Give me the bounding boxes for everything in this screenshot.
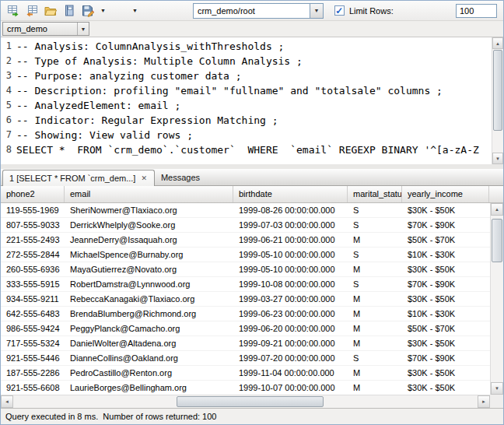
table-row[interactable]: 934-555-9211RebeccaKanagaki@Tlaxiaco.org… [1,292,503,307]
table-cell: 1999-05-10 00:00:00.000 [233,248,348,262]
close-icon[interactable]: ✕ [140,174,148,182]
table-cell: 642-555-6483 [1,307,65,321]
scrollbar-corner [490,395,503,408]
table-cell: $70K - $90K [402,351,489,365]
line-number: 3 [1,68,16,83]
scroll-right-icon[interactable]: ► [478,395,490,408]
database-toolbar: crm_demo ▼ [1,21,503,37]
table-cell: S [348,277,402,291]
save-edit-icon[interactable] [79,2,96,19]
table-cell: $30K - $50K [402,203,489,217]
table-cell: RebeccaKanagaki@Tlaxiaco.org [65,292,233,306]
table-cell: 807-555-9033 [1,218,65,232]
chevron-down-icon[interactable]: ▼ [77,23,89,35]
table-cell: 1999-08-26 00:00:00.000 [233,203,348,217]
table-row[interactable]: 642-555-6483BrendaBlumberg@Richmond.org1… [1,307,503,321]
tab-result-1[interactable]: 1 [SELECT * FROM `crm_dem...] ✕ [2,170,155,186]
table-cell: DianneCollins@Oakland.org [65,351,233,365]
table-cell: DanielWolter@Altadena.org [65,336,233,350]
scroll-up-icon[interactable]: ▲ [491,203,503,216]
limit-rows-label: Limit Rows: [349,6,394,16]
table-cell: $30K - $50K [402,336,489,350]
database-combo-value: crm_demo [3,23,77,35]
table-cell: 1999-10-07 00:00:00.000 [233,381,348,395]
table-cell: 221-555-2493 [1,233,65,247]
table-cell: SheriNowmer@Tlaxiaco.org [65,203,233,217]
table-cell: 921-555-5446 [1,351,65,365]
tab-messages[interactable]: Messages [155,169,206,185]
column-header-marital_status[interactable]: marital_status [348,186,402,202]
editor-vertical-scrollbar[interactable]: ▲ ▼ [492,37,503,164]
line-number: 8 [1,142,16,157]
limit-rows-input[interactable] [456,4,497,18]
connection-combo-value: crm_demo/root [194,4,310,18]
table-cell: 1999-03-27 00:00:00.000 [233,292,348,306]
table-cell: LaurieBorges@Bellingham.org [65,381,233,395]
column-header-yearly_income[interactable]: yearly_income [402,186,489,202]
code-line: -- Description: profiling "email" "fulln… [16,83,443,98]
table-cell: 333-555-5915 [1,277,65,291]
code-line: -- Indicator: Regular Expression Matchin… [16,113,278,128]
table-cell: 187-555-2286 [1,366,65,380]
table-cell: MayaGutierrez@Novato.org [65,262,233,276]
table-horizontal-scrollbar[interactable]: ◄ ► [1,395,490,408]
table-cell: 921-555-6608 [1,381,65,395]
import-icon[interactable] [23,2,40,19]
table-row[interactable]: 921-555-5446DianneCollins@Oakland.org199… [1,351,503,366]
scroll-down-icon[interactable]: ▼ [491,382,503,395]
table-row[interactable]: 717-555-5324DanielWolter@Altadena.org199… [1,336,503,351]
chevron-down-icon[interactable]: ▼ [98,8,108,13]
database-combo[interactable]: crm_demo ▼ [2,22,89,36]
sql-editor[interactable]: 1 -- Analysis: ColumnAnalysis_withThresh… [1,37,503,164]
table-cell: M [348,321,402,335]
limit-rows-checkbox[interactable]: ✓ [334,5,345,16]
scrollbar-thumb[interactable] [493,50,502,131]
table-cell: M [348,366,402,380]
result-table: phone2emailbirthdatemarital_statusyearly… [1,186,503,408]
table-cell: $50K - $70K [402,321,489,335]
table-cell: $30K - $50K [402,292,489,306]
main-toolbar: ▼ ▼ crm_demo/root ▼ ✓ Limit Rows: [1,1,503,21]
table-cell: 119-555-1969 [1,203,65,217]
table-row[interactable]: 187-555-2286PedroCastillo@Renton.org1999… [1,366,503,381]
open-folder-icon[interactable] [42,2,59,19]
column-header-email[interactable]: email [65,186,233,202]
table-cell: S [348,351,402,365]
table-cell: S [348,218,402,232]
table-row[interactable]: 272-555-2844MichaelSpence@Burnaby.org199… [1,248,503,262]
chevron-down-icon[interactable]: ▼ [130,8,140,13]
table-cell: $30K - $50K [402,262,489,276]
code-line: SELECT * FROM `crm_demo`.`customer` WHER… [16,142,479,157]
table-row[interactable]: 119-555-1969SheriNowmer@Tlaxiaco.org1999… [1,203,503,218]
scrollbar-thumb[interactable] [492,219,502,262]
column-header-phone2[interactable]: phone2 [1,186,65,202]
table-cell: BrendaBlumberg@Richmond.org [65,307,233,321]
table-row[interactable]: 807-555-9033DerrickWhelply@Sooke.org1999… [1,218,503,233]
table-cell: M [348,381,402,395]
table-cell: M [348,262,402,276]
notebook-icon[interactable] [61,2,78,19]
scroll-left-icon[interactable]: ◄ [1,395,13,408]
table-row[interactable]: 921-555-6608LaurieBorges@Bellingham.org1… [1,381,503,395]
scroll-up-icon[interactable]: ▲ [492,37,503,49]
connection-combo[interactable]: crm_demo/root ▼ [193,3,324,19]
table-cell: 1999-06-21 00:00:00.000 [233,233,348,247]
code-line: -- Type of Analysis: Multiple Column Ana… [16,54,303,68]
table-row[interactable]: 986-555-9424PeggyPlanck@Camacho.org1999-… [1,321,503,336]
export-result-icon[interactable] [5,2,22,19]
table-cell: JeanneDerry@Issaquah.org [65,233,233,247]
chevron-down-icon[interactable]: ▼ [310,4,323,18]
table-cell: 272-555-2844 [1,248,65,262]
scroll-down-icon[interactable]: ▼ [492,153,503,164]
table-cell: 1999-11-04 00:00:00.000 [233,366,348,380]
column-header-birthdate[interactable]: birthdate [233,186,348,202]
table-row[interactable]: 260-555-6936MayaGutierrez@Novato.org1999… [1,262,503,277]
table-vertical-scrollbar[interactable]: ▲ ▼ [490,203,503,395]
table-row[interactable]: 333-555-5915RobertDamstra@Lynnwood.org19… [1,277,503,292]
scrollbar-thumb[interactable] [177,396,324,407]
table-cell: DerrickWhelply@Sooke.org [65,218,233,232]
table-row[interactable]: 221-555-2493JeanneDerry@Issaquah.org1999… [1,233,503,248]
tab-label: 1 [SELECT * FROM `crm_dem...] [9,174,135,183]
table-cell: PedroCastillo@Renton.org [65,366,233,380]
check-icon: ✓ [335,7,343,15]
